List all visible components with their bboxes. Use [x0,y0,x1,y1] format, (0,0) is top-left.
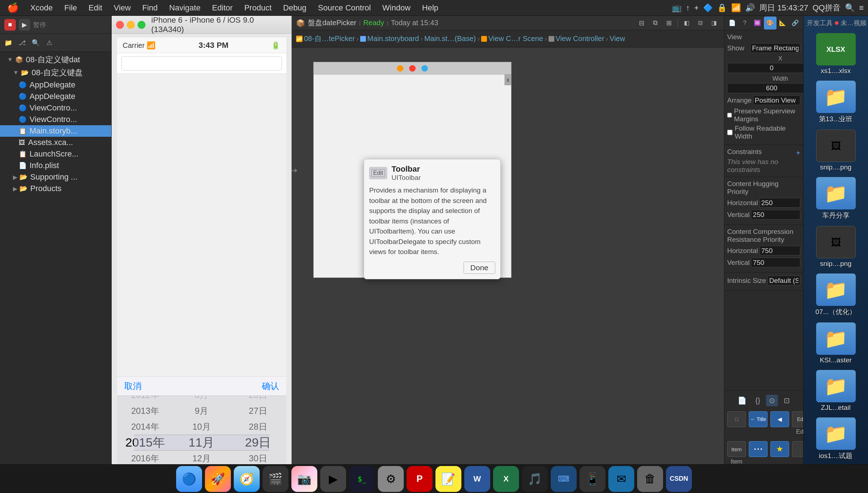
hide-debug-btn[interactable]: ⊟ [694,17,706,29]
obj-lib-code-btn[interactable]: {} [752,395,763,406]
play-button[interactable]: ▶ [19,19,30,31]
obj-lib-item-dots[interactable]: • • • [748,439,768,467]
menu-view[interactable]: View [111,3,134,13]
x-input[interactable] [727,63,803,73]
obj-lib-item-edit[interactable]: Edit Edit [791,409,803,438]
hide-navigator-btn[interactable]: ◧ [681,17,692,29]
dock-launchpad[interactable]: 🚀 [205,466,231,492]
dock-xcode[interactable]: ⌨ [551,466,577,492]
menu-window[interactable]: Window [380,3,413,13]
tree-item-viewcontrol1[interactable]: 🔵 ViewContro... [0,102,111,114]
hide-utilities-btn[interactable]: ◨ [708,17,720,29]
show-select[interactable]: Frame Rectangle [750,43,800,53]
follow-checkbox[interactable] [727,130,733,135]
list-icon[interactable]: ≡ [859,3,864,13]
dock-system-prefs[interactable]: ⚙ [378,466,404,492]
dock-excel[interactable]: X [493,466,519,492]
tree-item-supporting[interactable]: ▶ 📂 Supporting ... [0,171,111,183]
desktop-item-folder2[interactable]: 📁 车丹分享 [807,176,865,222]
intrinsic-select[interactable]: Default (System Defined) [768,276,800,285]
tree-item-infoplist[interactable]: 📄 Info.plist [0,160,111,171]
phone-search-input[interactable] [121,56,282,71]
dock-csdn[interactable]: CSDN [666,466,692,492]
desktop-item-folder6[interactable]: 📁 ios1....试题 [807,416,865,462]
size-inspector-tab[interactable]: 📐 [777,17,789,30]
menu-help[interactable]: Help [419,3,441,13]
desktop-item-img1[interactable]: 🖼 snip....png [807,128,865,173]
menu-editor[interactable]: Editor [209,3,236,13]
minimize-button[interactable] [127,21,135,29]
preserve-checkbox[interactable] [727,112,732,118]
dock-notes[interactable]: 📝 [435,466,461,492]
tree-item-root[interactable]: ▼ 📦 08-自定义键dat [0,53,111,66]
dock-terminal[interactable]: $_ [349,466,375,492]
breadcrumb-1[interactable]: Main.storyboard [367,35,419,43]
menu-debug[interactable]: Debug [280,3,309,13]
obj-lib-item-blank[interactable] [791,439,803,467]
desktop-item-folder3[interactable]: 📁 07...（优化） [807,272,865,318]
tree-item-appdelegate1[interactable]: 🔵 AppDelegate [0,79,111,91]
breadcrumb-0[interactable]: 08-自…tePicker [304,34,355,44]
breadcrumb-2[interactable]: Main.st…(Base) [424,35,476,43]
search-icon[interactable]: 🔍 [845,3,855,13]
tooltip-done-button[interactable]: Done [464,262,495,274]
obj-lib-page-btn[interactable]: 📄 [735,395,750,406]
menu-find[interactable]: Find [139,3,161,13]
quick-help-tab[interactable]: ? [738,17,751,30]
obj-lib-item-item[interactable]: Item Item [726,439,747,467]
stop-button[interactable]: ■ [4,19,16,31]
tree-item-mainstoryboard[interactable]: 📋 Main.storyb... [0,125,111,137]
dock-mail[interactable]: ✉ [608,466,634,492]
close-button[interactable] [116,21,124,29]
confirm-button[interactable]: 确认 [262,380,279,392]
obj-lib-item-back[interactable]: ◄ [770,409,790,438]
arrange-select[interactable]: Position View [753,95,800,105]
attributes-inspector-tab[interactable]: 🎨 [764,17,777,30]
compression-v-select[interactable]: 750 [751,258,800,267]
breadcrumb-5[interactable]: View [609,35,625,43]
desktop-item-xlsx1[interactable]: XLSX xs1....xlsx [807,32,865,76]
menu-edit[interactable]: Edit [86,3,105,13]
dock-word[interactable]: W [464,466,490,492]
git-icon-btn[interactable]: ⎇ [17,37,27,48]
breadcrumb-3[interactable]: View C…r Scene [488,35,543,43]
desktop-item-folder4[interactable]: 📁 KSI...aster [807,321,865,366]
menu-navigate[interactable]: Navigate [166,3,203,13]
warning-icon-btn[interactable]: ⚠ [44,37,55,48]
assistant-editor-btn[interactable]: ⧉ [649,17,661,29]
menu-product[interactable]: Product [241,3,274,13]
dock-safari[interactable]: 🧭 [234,466,260,492]
desktop-item-folder1[interactable]: 📁 第13...业班 [807,79,865,125]
tree-item-assets[interactable]: 🖼 Assets.xca... [0,137,111,148]
obj-lib-item-vc[interactable]: □ [726,409,747,438]
obj-lib-item-nav-title[interactable]: ← Title [748,409,768,438]
dock-pp[interactable]: P [407,466,433,492]
tree-item-products[interactable]: ▶ 📂 Products [0,183,111,194]
width-input[interactable] [727,83,803,93]
menu-source-control[interactable]: Source Control [315,3,374,13]
dock-movist[interactable]: 🎬 [263,466,288,492]
add-constraint-plus[interactable]: + [796,149,800,157]
tree-item-launchscreen[interactable]: 📋 LaunchScre... [0,148,111,160]
desktop-item-folder5[interactable]: 📁 ZJL...etail [807,368,865,413]
file-inspector-tab[interactable]: 📄 [726,17,738,30]
apple-menu[interactable]: 🍎 [4,1,22,14]
dock-photos[interactable]: 📷 [291,466,317,492]
dock-trash[interactable]: 🗑 [637,466,663,492]
dock-simulator[interactable]: 📱 [580,466,605,492]
connections-inspector-tab[interactable]: 🔗 [789,17,802,30]
identity-inspector-tab[interactable]: 🆔 [751,17,764,30]
cancel-button[interactable]: 取消 [124,380,142,392]
dock-finder[interactable]: 🔵 [176,466,202,492]
canvas-scroll-handle[interactable]: ▮ [505,74,511,85]
version-editor-btn[interactable]: ⊞ [663,17,675,29]
folder-icon-btn[interactable]: 📁 [3,37,14,48]
desktop-item-img2[interactable]: 🖼 snip....png [807,225,865,269]
standard-editor-btn[interactable]: ⊟ [636,17,647,29]
tree-item-group1[interactable]: ▼ 📂 08-自定义键盘 [0,66,111,79]
tree-item-viewcontrol2[interactable]: 🔵 ViewContro... [0,114,111,125]
search-nav-btn[interactable]: 🔍 [30,37,41,48]
obj-lib-square-btn[interactable]: ⊡ [781,395,793,406]
compression-h-select[interactable]: 750 [760,246,800,255]
hugging-h-select[interactable]: 250 [760,198,800,208]
